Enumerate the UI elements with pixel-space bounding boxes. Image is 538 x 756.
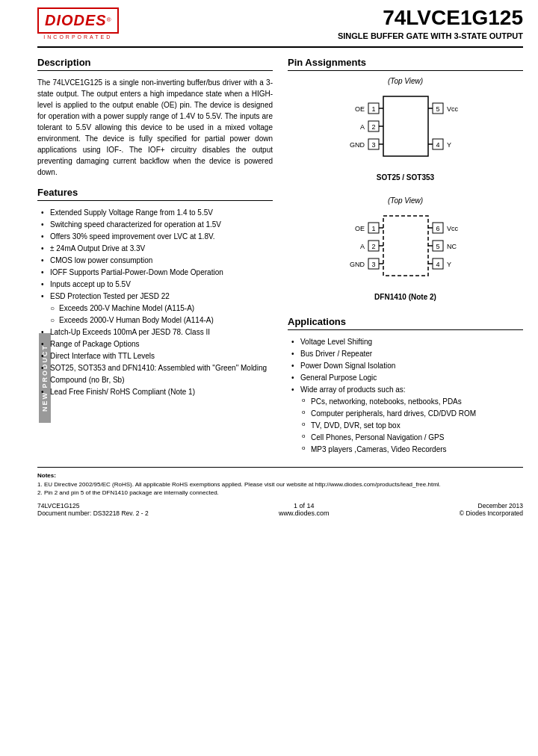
footer-note2: 2. Pin 2 and pin 5 of the DFN1410 packag… [37, 489, 523, 496]
svg-text:2: 2 [371, 123, 375, 131]
svg-text:6: 6 [436, 225, 439, 232]
app-item: Voltage Level Shifting [291, 336, 523, 348]
footer-copyright: © Diodes Incorporated [460, 509, 523, 517]
svg-text:1: 1 [371, 225, 375, 232]
applications-list: Voltage Level Shifting Bus Driver / Repe… [288, 336, 523, 456]
svg-rect-0 [383, 96, 428, 156]
svg-text:Y: Y [447, 141, 451, 149]
pin-assignments-header: Pin Assignments [288, 57, 523, 71]
svg-text:A: A [359, 123, 364, 131]
features-header: Features [37, 187, 273, 201]
dfn-svg: 1 OE 2 A 3 GND 6 Vcc [331, 208, 480, 291]
dfn-diagram: (Top View) 1 OE 2 A 3 [288, 196, 523, 301]
logo-registered: ® [107, 16, 111, 23]
app-sub-item: TV, DVD, DVR, set top box [291, 420, 523, 432]
dfn-top-view-label: (Top View) [288, 196, 523, 205]
svg-rect-21 [383, 216, 428, 276]
dfn-package-label: DFN1410 (Note 2) [288, 293, 523, 301]
title-area: 74LVCE1G125 SINGLE BUFFER GATE WITH 3-ST… [338, 7, 523, 40]
app-item: Bus Driver / Repeater [291, 348, 523, 360]
footer-date: December 2013 [460, 502, 523, 509]
app-item: Power Down Signal Isolation [291, 360, 523, 372]
svg-text:NC: NC [447, 243, 457, 250]
svg-text:OE: OE [354, 105, 364, 113]
app-sub-item: Cell Phones, Personal Navigation / GPS [291, 432, 523, 444]
svg-text:3: 3 [371, 261, 375, 268]
logo-box: DIODES® [37, 7, 119, 34]
svg-text:GND: GND [350, 141, 365, 149]
svg-text:Y: Y [447, 261, 451, 268]
feature-item: Offers 30% speed improvement over LVC at… [41, 231, 273, 243]
sot-svg: 1 OE 2 A 3 GND 5 Vcc [331, 89, 480, 171]
footer-page-info: 1 of 14 www.diodes.com [279, 502, 330, 517]
feature-item: Switching speed characterized for operat… [41, 219, 273, 231]
svg-text:A: A [359, 243, 364, 250]
feature-sub-item: Exceeds 200-V Machine Model (A115-A) [41, 303, 273, 315]
footer-notes-title: Notes: [37, 472, 523, 479]
footer-doc-number: Document number: DS32218 Rev. 2 - 2 [37, 509, 149, 517]
page-footer: Notes: 1. EU Directive 2002/95/EC (RoHS)… [37, 467, 523, 517]
header-divider [37, 46, 523, 48]
sot-diagram: (Top View) 1 OE 2 A [288, 77, 523, 182]
app-sub-item: MP3 players ,Cameras, Video Recorders [291, 444, 523, 456]
app-sub-item: PCs, networking, notebooks, netbooks, PD… [291, 396, 523, 408]
page-header: DIODES® INCORPORATED 74LVCE1G125 SINGLE … [37, 7, 523, 40]
feature-item: CMOS low power consumption [41, 255, 273, 267]
footer-website: www.diodes.com [279, 509, 330, 517]
footer-part-info: 74LVCE1G125 Document number: DS32218 Rev… [37, 502, 149, 517]
svg-text:GND: GND [350, 261, 365, 268]
sot-package-label: SOT25 / SOT353 [288, 173, 523, 182]
feature-item: Inputs accept up to 5.5V [41, 279, 273, 291]
svg-text:OE: OE [354, 225, 364, 232]
left-column: Description The 74LVCE1G125 is a single … [37, 57, 273, 456]
logo-area: DIODES® INCORPORATED [37, 7, 119, 40]
footer-notes: Notes: 1. EU Directive 2002/95/EC (RoHS)… [37, 472, 523, 496]
svg-text:3: 3 [371, 141, 375, 149]
logo-text: DIODES [45, 12, 107, 28]
feature-item: SOT25, SOT353 and DFN1410: Assembled wit… [41, 362, 273, 386]
subtitle: SINGLE BUFFER GATE WITH 3-STATE OUTPUT [338, 31, 523, 40]
svg-text:1: 1 [371, 105, 375, 113]
feature-item: IOFF Supports Partial-Power-Down Mode Op… [41, 267, 273, 279]
sot-top-view-label: (Top View) [288, 77, 523, 85]
svg-text:2: 2 [371, 243, 375, 250]
feature-item: ESD Protection Tested per JESD 22 [41, 291, 273, 303]
features-list: Extended Supply Voltage Range from 1.4 t… [37, 207, 273, 398]
feature-item: ± 24mA Output Drive at 3.3V [41, 243, 273, 255]
feature-item: Extended Supply Voltage Range from 1.4 t… [41, 207, 273, 219]
feature-item: Latch-Up Exceeds 100mA per JESD 78. Clas… [41, 326, 273, 338]
svg-text:4: 4 [436, 141, 439, 149]
app-sub-item: Computer peripherals, hard drives, CD/DV… [291, 408, 523, 420]
footer-date-info: December 2013 © Diodes Incorporated [460, 502, 523, 517]
part-number: 74LVCE1G125 [338, 7, 523, 28]
svg-text:4: 4 [436, 261, 439, 268]
footer-note1: 1. EU Directive 2002/95/EC (RoHS). All a… [37, 481, 523, 488]
logo-incorporated: INCORPORATED [37, 34, 119, 40]
svg-text:Vcc: Vcc [447, 225, 459, 232]
svg-text:5: 5 [436, 243, 439, 250]
svg-text:5: 5 [436, 105, 439, 113]
footer-part-number: 74LVCE1G125 [37, 502, 149, 509]
right-column: Pin Assignments (Top View) 1 OE [288, 57, 523, 456]
app-item: Wide array of products such as: [291, 384, 523, 396]
footer-bottom: 74LVCE1G125 Document number: DS32218 Rev… [37, 502, 523, 517]
applications-section: Applications Voltage Level Shifting Bus … [288, 316, 523, 456]
feature-item: Direct Interface with TTL Levels [41, 350, 273, 362]
applications-header: Applications [288, 316, 523, 330]
svg-text:Vcc: Vcc [447, 105, 459, 113]
feature-sub-item: Exceeds 2000-V Human Body Model (A114-A) [41, 315, 273, 326]
app-item: General Purpose Logic [291, 372, 523, 384]
feature-item: Lead Free Finish/ RoHS Compliant (Note 1… [41, 386, 273, 398]
feature-item: Range of Package Options [41, 338, 273, 350]
description-header: Description [37, 57, 273, 71]
main-content-area: Description The 74LVCE1G125 is a single … [37, 57, 523, 456]
footer-page-number: 1 of 14 [279, 502, 330, 509]
description-text: The 74LVCE1G125 is a single non-invertin… [37, 77, 273, 178]
